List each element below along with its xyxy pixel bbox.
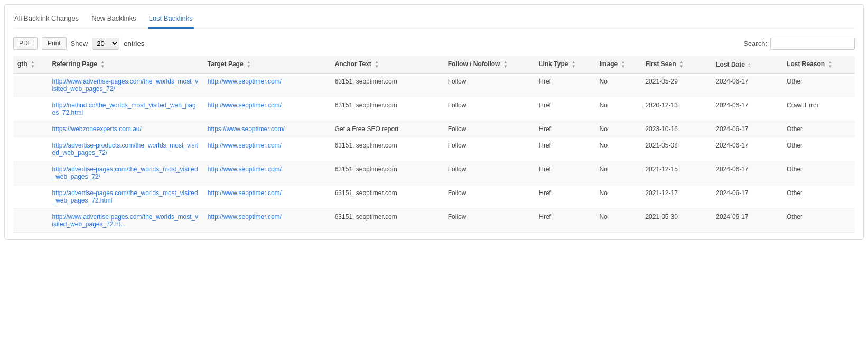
table-header-row: gth ▲▼ Referring Page ▲▼ Target Page ▲▼ …: [13, 56, 855, 74]
table-cell: 2021-05-30: [641, 209, 712, 233]
target-page-link[interactable]: http://www.seoptimer.com/: [208, 189, 282, 197]
table-cell: Follow: [444, 97, 535, 121]
col-header-anchor[interactable]: Anchor Text ▲▼: [331, 56, 444, 74]
table-cell: Follow: [444, 209, 535, 233]
target-page-link[interactable]: http://www.seoptimer.com/: [208, 213, 282, 221]
table-cell: 63151. seoptimer.com: [331, 161, 444, 185]
table-cell: No: [595, 185, 641, 209]
search-label: Search:: [743, 40, 767, 48]
table-cell: 2024-06-17: [712, 209, 782, 233]
table-row: http://netfind.co/the_worlds_most_visite…: [13, 97, 855, 121]
table-cell: Follow: [444, 137, 535, 161]
table-cell: Follow: [444, 121, 535, 137]
table-cell: Href: [535, 161, 595, 185]
entries-select[interactable]: 20 10 50 100: [92, 38, 119, 50]
table-cell: Crawl Error: [782, 97, 855, 121]
table-cell: 2024-06-17: [712, 74, 782, 97]
table-cell: 63151. seoptimer.com: [331, 185, 444, 209]
tab-lost-backlinks[interactable]: Lost Backlinks: [148, 11, 194, 29]
table-cell: Other: [782, 137, 855, 161]
target-page-link[interactable]: http://www.seoptimer.com/: [208, 78, 282, 85]
table-cell: 63151. seoptimer.com: [331, 209, 444, 233]
table-cell: Href: [535, 121, 595, 137]
table-cell: Follow: [444, 74, 535, 97]
col-header-follow[interactable]: Follow / Nofollow ▲▼: [444, 56, 535, 74]
target-page-link[interactable]: http://www.seoptimer.com/: [208, 166, 282, 173]
target-page-link[interactable]: http://www.seoptimer.com/: [208, 142, 282, 149]
table-row: http://advertise-pages.com/the_worlds_mo…: [13, 185, 855, 209]
table-cell: Get a Free SEO report: [331, 121, 444, 137]
toolbar-right: Search:: [743, 38, 855, 50]
table-cell: 2021-05-08: [641, 137, 712, 161]
table-cell: 2024-06-17: [712, 137, 782, 161]
target-page-link[interactable]: https://www.seoptimer.com/: [208, 125, 285, 133]
backlinks-table: gth ▲▼ Referring Page ▲▼ Target Page ▲▼ …: [13, 56, 855, 233]
table-cell: 63151. seoptimer.com: [331, 74, 444, 97]
table-row: http://advertise-products.com/the_worlds…: [13, 137, 855, 161]
table-cell: 2021-12-17: [641, 185, 712, 209]
col-header-linktype[interactable]: Link Type ▲▼: [535, 56, 595, 74]
table-cell: [13, 74, 48, 97]
col-header-image[interactable]: Image ▲▼: [595, 56, 641, 74]
referring-page-link[interactable]: http://www.advertise-pages.com/the_world…: [52, 78, 198, 93]
referring-page-link[interactable]: http://advertise-pages.com/the_worlds_mo…: [52, 166, 198, 180]
show-label: Show: [71, 40, 88, 48]
referring-page-link[interactable]: https://webzoneexperts.com.au/: [52, 125, 141, 133]
table-cell: No: [595, 121, 641, 137]
table-cell: No: [595, 161, 641, 185]
table-cell: No: [595, 137, 641, 161]
table-cell: No: [595, 209, 641, 233]
col-header-lostreason[interactable]: Lost Reason ▲▼: [782, 56, 855, 74]
target-page-link[interactable]: http://www.seoptimer.com/: [208, 102, 282, 109]
table-cell: Href: [535, 97, 595, 121]
table-cell: Href: [535, 137, 595, 161]
table-cell: 2024-06-17: [712, 161, 782, 185]
col-header-strength[interactable]: gth ▲▼: [13, 56, 48, 74]
table-cell: 2021-12-15: [641, 161, 712, 185]
table-cell: 2021-05-29: [641, 74, 712, 97]
table-cell: [13, 97, 48, 121]
referring-page-link[interactable]: http://www.advertise-pages.com/the_world…: [52, 213, 198, 228]
table-row: http://www.advertise-pages.com/the_world…: [13, 74, 855, 97]
tab-all-backlink-changes[interactable]: All Backlink Changes: [13, 11, 80, 29]
table-cell: 2024-06-17: [712, 97, 782, 121]
search-input[interactable]: [770, 38, 855, 50]
pdf-button[interactable]: PDF: [13, 37, 38, 50]
table-cell: [13, 209, 48, 233]
table-cell: 2024-06-17: [712, 185, 782, 209]
col-header-referring[interactable]: Referring Page ▲▼: [48, 56, 203, 74]
table-cell: 63151. seoptimer.com: [331, 97, 444, 121]
referring-page-link[interactable]: http://advertise-products.com/the_worlds…: [52, 142, 198, 157]
col-header-lostdate[interactable]: Lost Date ↕: [712, 56, 782, 74]
table-cell: 63151. seoptimer.com: [331, 137, 444, 161]
table-row: http://advertise-pages.com/the_worlds_mo…: [13, 161, 855, 185]
table-cell: 2023-10-16: [641, 121, 712, 137]
table-cell: Other: [782, 209, 855, 233]
col-header-target[interactable]: Target Page ▲▼: [203, 56, 331, 74]
table-cell: 2020-12-13: [641, 97, 712, 121]
tabs-bar: All Backlink Changes New Backlinks Lost …: [13, 11, 855, 29]
table-cell: Other: [782, 161, 855, 185]
table-cell: Other: [782, 74, 855, 97]
toolbar: PDF Print Show 20 10 50 100 entries Sear…: [13, 37, 855, 50]
table-cell: Other: [782, 121, 855, 137]
referring-page-link[interactable]: http://netfind.co/the_worlds_most_visite…: [52, 102, 195, 116]
table-cell: No: [595, 97, 641, 121]
table-cell: Other: [782, 185, 855, 209]
referring-page-link[interactable]: http://advertise-pages.com/the_worlds_mo…: [52, 189, 198, 204]
table-cell: Follow: [444, 185, 535, 209]
table-row: https://webzoneexperts.com.au/https://ww…: [13, 121, 855, 137]
table-cell: [13, 185, 48, 209]
table-cell: [13, 121, 48, 137]
tab-new-backlinks[interactable]: New Backlinks: [90, 11, 137, 29]
table-cell: Follow: [444, 161, 535, 185]
table-cell: Href: [535, 185, 595, 209]
entries-label: entries: [124, 40, 144, 48]
table-cell: [13, 161, 48, 185]
table-cell: Href: [535, 74, 595, 97]
col-header-firstseen[interactable]: First Seen ▲▼: [641, 56, 712, 74]
table-cell: [13, 137, 48, 161]
table-cell: No: [595, 74, 641, 97]
print-button[interactable]: Print: [42, 37, 67, 50]
table-cell: 2024-06-17: [712, 121, 782, 137]
